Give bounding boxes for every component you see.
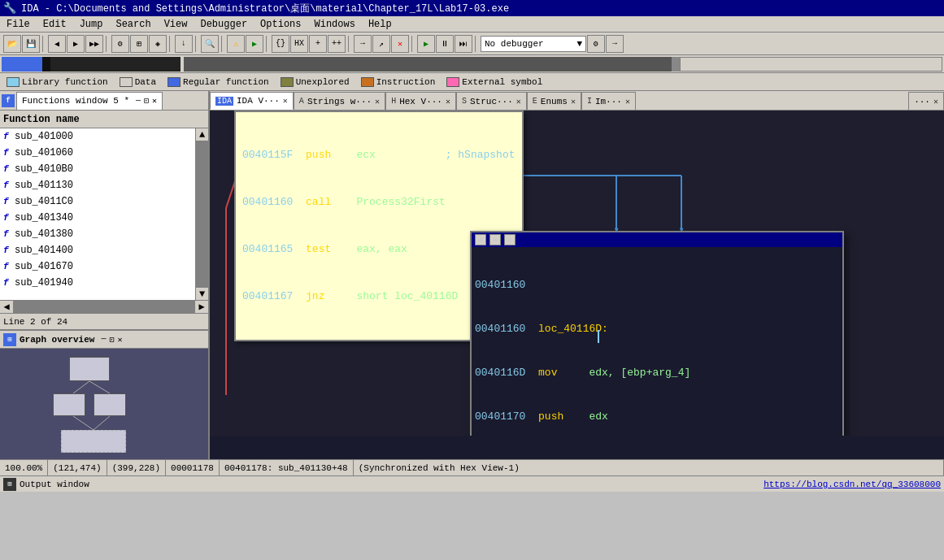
tab-strings-icon: A — [299, 97, 304, 106]
menu-edit[interactable]: Edit — [37, 17, 73, 32]
tab-hex-close[interactable]: ✕ — [446, 97, 450, 106]
tab-enums[interactable]: E Enums ✕ — [527, 92, 581, 110]
scroll-down-btn[interactable]: ▼ — [196, 287, 208, 300]
toolbar-pause[interactable]: ⏸ — [436, 35, 454, 53]
fn-hscrollbar[interactable]: ◀ ▶ — [0, 300, 208, 313]
bottom-url[interactable]: https://blog.csdn.net/qq_33608000 — [763, 480, 941, 489]
legend-regular-color — [167, 77, 181, 87]
toolbar-step[interactable]: ⏭ — [455, 35, 472, 53]
tab-strings-close[interactable]: ✕ — [375, 97, 380, 106]
menu-jump[interactable]: Jump — [73, 17, 110, 32]
toolbar-hex[interactable]: HX — [290, 35, 308, 53]
scroll-left-btn[interactable]: ◀ — [0, 301, 13, 314]
functions-tab[interactable]: Functions window 5 * ─ ⊡ ✕ — [16, 92, 163, 110]
graph-minimize[interactable]: ─ — [101, 335, 106, 344]
toolbar-code[interactable]: {} — [272, 35, 289, 53]
output-label[interactable]: Output window — [20, 480, 89, 489]
fn-item[interactable]: fsub_401000 — [0, 128, 195, 145]
menu-options[interactable]: Options — [254, 17, 307, 32]
functions-close[interactable]: ✕ — [152, 96, 157, 106]
toolbar-btn2[interactable]: ⊞ — [130, 35, 148, 53]
disasm-line-1: 00401160 loc_40116D: — [475, 322, 839, 336]
status-address: 00401178: sub_401130+48 — [220, 460, 354, 475]
functions-tab-bar: f Functions window 5 * ─ ⊡ ✕ — [0, 91, 208, 111]
tab-struc-close[interactable]: ✕ — [516, 97, 521, 106]
graph-close[interactable]: ✕ — [117, 335, 122, 345]
tab-im-close[interactable]: ✕ — [625, 97, 630, 106]
disasm-icon1[interactable]: ⊞ — [475, 234, 486, 245]
toolbar-back[interactable]: ◀ — [48, 35, 66, 53]
tab-ida[interactable]: IDA IDA V··· ✕ — [210, 92, 294, 110]
menu-windows[interactable]: Windows — [308, 17, 362, 32]
code-scroll[interactable]: 0040115F push ecx ; hSnapshot 00401160 c… — [210, 111, 944, 459]
menu-file[interactable]: File — [0, 17, 37, 32]
toolbar-play[interactable]: ▶ — [417, 35, 435, 53]
tab-strings-label: Strings w··· — [307, 97, 372, 106]
toolbar-plus2[interactable]: ++ — [328, 35, 346, 53]
legend-data: Data — [120, 77, 156, 87]
scroll-thumb[interactable] — [196, 141, 208, 287]
functions-icon: f — [2, 94, 15, 107]
status-coords1: (121,474) — [48, 460, 107, 475]
disasm-icon3[interactable]: ⊡ — [504, 234, 516, 245]
tab-im-icon: I — [587, 97, 592, 106]
toolbar-search[interactable]: 🔍 — [201, 35, 219, 53]
nav-input[interactable] — [680, 57, 942, 72]
toolbar-plus[interactable]: + — [309, 35, 327, 53]
toolbar-down[interactable]: ↓ — [175, 35, 193, 53]
tab-hex[interactable]: H Hex V··· ✕ — [385, 92, 456, 110]
debugger-dropdown[interactable]: No debugger ▼ — [481, 36, 586, 52]
fn-item[interactable]: fsub_401380 — [0, 226, 195, 242]
toolbar-forward[interactable]: ▶ — [67, 35, 85, 53]
toolbar-warn[interactable]: ⚠ — [227, 35, 245, 53]
toolbar-config[interactable]: ⚙ — [587, 35, 605, 53]
fn-name: sub_4010B0 — [15, 163, 73, 175]
tab-im[interactable]: I Im··· ✕ — [581, 92, 636, 110]
scroll-up-btn[interactable]: ▲ — [196, 128, 208, 141]
toolbar: 📂 💾 ◀ ▶ ▶▶ ⚙ ⊞ ◈ ↓ 🔍 ⚠ ▶ {} HX + ++ → ↗ … — [0, 33, 944, 55]
toolbar-forward2[interactable]: ▶▶ — [85, 35, 103, 53]
toolbar-open[interactable]: 📂 — [3, 35, 21, 53]
fn-item[interactable]: fsub_401940 — [0, 275, 195, 291]
legend-external-color — [446, 77, 459, 87]
graph-tab-label[interactable]: Graph overview — [20, 335, 94, 345]
tab-strings[interactable]: A Strings w··· ✕ — [294, 92, 385, 110]
fn-list[interactable]: fsub_401000fsub_401060fsub_4010B0fsub_40… — [0, 128, 195, 300]
toolbar-save[interactable]: 💾 — [22, 35, 40, 53]
disasm-icon2[interactable]: ✎ — [489, 234, 501, 245]
tab-struc[interactable]: S Struc··· ✕ — [456, 92, 527, 110]
fn-item[interactable]: fsub_401400 — [0, 242, 195, 258]
fn-item[interactable]: fsub_401670 — [0, 258, 195, 275]
toolbar-run[interactable]: ▶ — [246, 35, 263, 53]
fn-item[interactable]: fsub_401130 — [0, 177, 195, 193]
toolbar-export[interactable]: ↗ — [372, 35, 390, 53]
nav-progress-bar[interactable] — [184, 57, 672, 72]
menu-view[interactable]: View — [158, 17, 194, 32]
dropdown-arrow-icon: ▼ — [576, 39, 582, 49]
toolbar-ptr[interactable]: → — [354, 35, 372, 53]
tab-extra[interactable]: ··· ✕ — [908, 92, 944, 110]
bottom-bar: ⊞ Output window https://blog.csdn.net/qq… — [0, 475, 944, 492]
fn-item[interactable]: fsub_401060 — [0, 145, 195, 161]
menu-help[interactable]: Help — [362, 17, 398, 32]
tab-enums-close[interactable]: ✕ — [571, 97, 576, 106]
scroll-right-btn[interactable]: ▶ — [195, 301, 208, 314]
functions-minimize[interactable]: ─ — [136, 97, 141, 106]
graph-restore[interactable]: ⊡ — [109, 335, 114, 345]
toolbar-remote[interactable]: → — [606, 35, 624, 53]
fn-item[interactable]: fsub_4011C0 — [0, 193, 195, 210]
functions-restore[interactable]: ⊡ — [144, 96, 149, 106]
fn-item[interactable]: fsub_4010B0 — [0, 161, 195, 177]
float-disasm-titlebar[interactable]: ⊞ ✎ ⊡ — [472, 232, 842, 247]
fn-scrollbar[interactable]: ▲ ▼ — [195, 128, 208, 300]
tab-ida-close[interactable]: ✕ — [283, 96, 288, 106]
scroll-hthumb[interactable] — [13, 301, 195, 314]
toolbar-stop[interactable]: ✕ — [391, 35, 409, 53]
fn-item[interactable]: fsub_401340 — [0, 210, 195, 226]
toolbar-btn1[interactable]: ⚙ — [111, 35, 129, 53]
toolbar-sep1 — [42, 36, 46, 52]
toolbar-btn3[interactable]: ◈ — [149, 35, 167, 53]
tab-extra-close[interactable]: ✕ — [933, 97, 938, 106]
menu-search[interactable]: Search — [109, 17, 157, 32]
menu-debugger[interactable]: Debugger — [194, 17, 254, 32]
